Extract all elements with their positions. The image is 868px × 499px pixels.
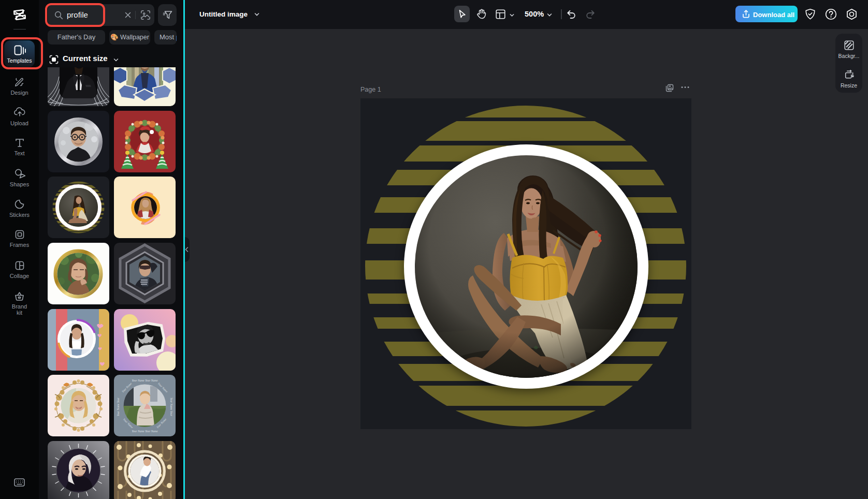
svg-text:Your Name Your Name: Your Name Your Name	[132, 379, 158, 382]
svg-text:Your Name Your: Your Name Your	[170, 398, 173, 417]
svg-text:Your Name Your Name: Your Name Your Name	[132, 430, 158, 433]
svg-text:Your Name Your: Your Name Your	[117, 397, 120, 416]
